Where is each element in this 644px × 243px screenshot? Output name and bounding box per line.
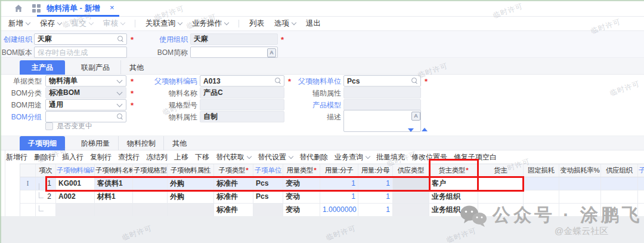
search-icon[interactable] [117, 36, 123, 41]
row-select-cell[interactable]: I [20, 177, 36, 190]
grid-cell-用量:分子[interactable]: 1 [320, 177, 358, 190]
grid-toolbar-button-冻结列[interactable]: 冻结列 [146, 152, 168, 162]
grid-cell-用量:分母[interactable]: 1 [358, 190, 393, 203]
grid-toolbar-button-业务查询[interactable]: 业务查询 [335, 152, 370, 162]
use-org-input[interactable] [190, 33, 278, 45]
toolbar-button-新增[interactable]: 新增 [8, 19, 30, 29]
grid-cell-子项物料名称[interactable]: 客供料1 [95, 177, 133, 190]
tab-物料控制[interactable]: 物料控制 [118, 136, 164, 150]
grid-cell-子[interactable] [638, 190, 644, 203]
bom-category-select[interactable] [45, 87, 126, 99]
bom-group-label[interactable]: BOM分组 [5, 112, 42, 123]
grid-cell-子项物料属性[interactable] [168, 204, 214, 216]
grid-toolbar-button-复制行[interactable]: 复制行 [90, 152, 112, 162]
parent-unit-input[interactable] [343, 75, 421, 87]
parent-code-input[interactable] [200, 75, 284, 87]
expand-panel-icon[interactable] [422, 128, 428, 131]
grid-toolbar-button-下移[interactable]: 下移 [195, 152, 209, 162]
grid-cell-用量:分子[interactable]: 1.0000000 [320, 204, 358, 216]
grid-cell-用量:分母[interactable]: 1 [358, 204, 393, 216]
grid-cell-子项物料名称[interactable] [95, 204, 133, 216]
tab-子项明细[interactable]: 子项明细 [20, 136, 65, 150]
tab-其他[interactable]: 其他 [163, 136, 195, 150]
tab-其他[interactable]: 其他 [120, 60, 152, 75]
grid-cell-子项单位[interactable]: Pcs [253, 177, 283, 190]
create-org-input[interactable] [34, 33, 127, 45]
grid-cell-货主[interactable] [478, 190, 524, 203]
grid-cell-用量类型[interactable]: 变动 [283, 204, 320, 216]
grid-cell-变动损耗率%[interactable] [559, 177, 601, 190]
tab-close-icon[interactable]: × [110, 0, 114, 17]
grid-toolbar-button-修复子项空白[interactable]: 修复子项空白 [454, 152, 497, 162]
grid-toolbar-button-批量填充[interactable]: 批量填充 [376, 152, 405, 162]
grid-cell-子项规格型号[interactable] [133, 177, 168, 190]
grid-cell-子项物料编码[interactable]: KG001 [56, 177, 95, 190]
tab-主产品[interactable]: 主产品 [20, 60, 65, 75]
collapse-panel-icon[interactable] [408, 128, 414, 132]
grid-cell-用量类型[interactable]: 变动 [283, 190, 320, 203]
grid-cell-供应类型[interactable] [393, 190, 429, 203]
grid-toolbar-button-替代设置[interactable]: 替代设置 [258, 152, 293, 162]
grid-cell-子项类型[interactable]: 标准件 [214, 177, 253, 190]
toolbar-button-提交[interactable]: 提交 [72, 19, 93, 29]
change-flag-checkbox[interactable] [45, 122, 53, 130]
grid-cell-子项规格型号[interactable] [133, 190, 168, 203]
bom-usage-select[interactable] [45, 99, 126, 110]
grid-cell-货主类型[interactable]: 客户 [429, 177, 478, 190]
tab-阶梯用量[interactable]: 阶梯用量 [73, 136, 118, 150]
product-model-label[interactable]: 产品模型 [291, 100, 341, 111]
home-icon[interactable] [14, 4, 23, 13]
tab-联副产品[interactable]: 联副产品 [73, 60, 118, 75]
grid-cell-子项物料名称[interactable]: 材料1 [95, 190, 133, 203]
grid-cell-子项单位[interactable]: Pcs [253, 190, 283, 203]
toolbar-button-关联查询[interactable]: 关联查询 [145, 19, 182, 29]
bom-version-input[interactable] [34, 47, 127, 58]
grid-cell-固定损耗[interactable] [524, 177, 559, 190]
toolbar-button-退出[interactable]: 退出 [306, 19, 321, 29]
grid-cell-用量类型[interactable]: 变动 [283, 177, 320, 190]
parent-unit-label[interactable]: 父项物料单位 [291, 76, 341, 87]
row-select-cell[interactable] [20, 204, 36, 216]
grid-cell-货主类型[interactable]: 业务组织 [429, 190, 478, 203]
grid-cell-子项物料编码[interactable] [56, 204, 95, 216]
multilang-icon[interactable]: A [267, 48, 276, 57]
grid-cell-供应组织[interactable] [601, 190, 638, 203]
grid-cell-固定损耗[interactable] [524, 190, 559, 203]
grid-toolbar-button-替代删除[interactable]: 替代删除 [299, 152, 328, 162]
grid-cell-子项物料编码[interactable]: A002 [56, 190, 95, 203]
grid-cell-子项单位[interactable] [253, 204, 283, 216]
toolbar-button-保存[interactable]: 保存 [40, 19, 61, 29]
grid-cell-供应组织[interactable] [601, 177, 638, 190]
grid-cell-子项规格型号[interactable] [133, 204, 168, 216]
grid-cell-项次[interactable]: 1 [36, 177, 56, 190]
apps-grid-icon[interactable] [32, 4, 41, 13]
search-icon[interactable] [411, 78, 417, 83]
grid-cell-子项物料属性[interactable]: 外购 [168, 177, 214, 190]
grid-cell-项次[interactable]: 2 [36, 190, 56, 203]
grid-toolbar-button-上移[interactable]: 上移 [174, 152, 188, 162]
search-icon[interactable] [275, 78, 280, 83]
grid-cell-子项类型[interactable]: 标准件 [214, 204, 253, 216]
grid-cell-供应类型[interactable] [393, 204, 429, 216]
toolbar-button-审核[interactable]: 审核 [103, 19, 125, 29]
grid-cell-用量:分子[interactable]: 1 [320, 190, 358, 203]
row-select-cell[interactable] [20, 190, 36, 203]
bom-group-input[interactable] [45, 111, 126, 122]
toolbar-button-列表[interactable]: 列表 [249, 19, 264, 29]
grid-toolbar-button-替代获取[interactable]: 替代获取 [216, 152, 251, 162]
grid-cell-子项物料属性[interactable]: 外购 [168, 190, 214, 203]
grid-toolbar-button-查找行[interactable]: 查找行 [118, 152, 140, 162]
grid-cell-变动损耗率%[interactable] [559, 190, 601, 203]
grid-cell-项次[interactable] [36, 204, 56, 216]
grid-toolbar-button-删除行[interactable]: 删除行 [34, 152, 55, 162]
grid-cell-供应类型[interactable] [393, 177, 429, 190]
toolbar-button-业务操作[interactable]: 业务操作 [192, 19, 228, 29]
grid-cell-用量:分母[interactable]: 1 [358, 177, 393, 190]
grid-toolbar-button-修改位置号[interactable]: 修改位置号 [411, 152, 447, 162]
search-icon[interactable] [117, 113, 122, 119]
multilang-icon[interactable]: A [411, 112, 420, 121]
grid-cell-子项类型[interactable]: 标准件 [214, 190, 253, 203]
grid-cell-货主[interactable] [478, 177, 524, 190]
grid-toolbar-button-插入行[interactable]: 插入行 [62, 152, 83, 162]
doc-type-select[interactable] [45, 75, 126, 87]
